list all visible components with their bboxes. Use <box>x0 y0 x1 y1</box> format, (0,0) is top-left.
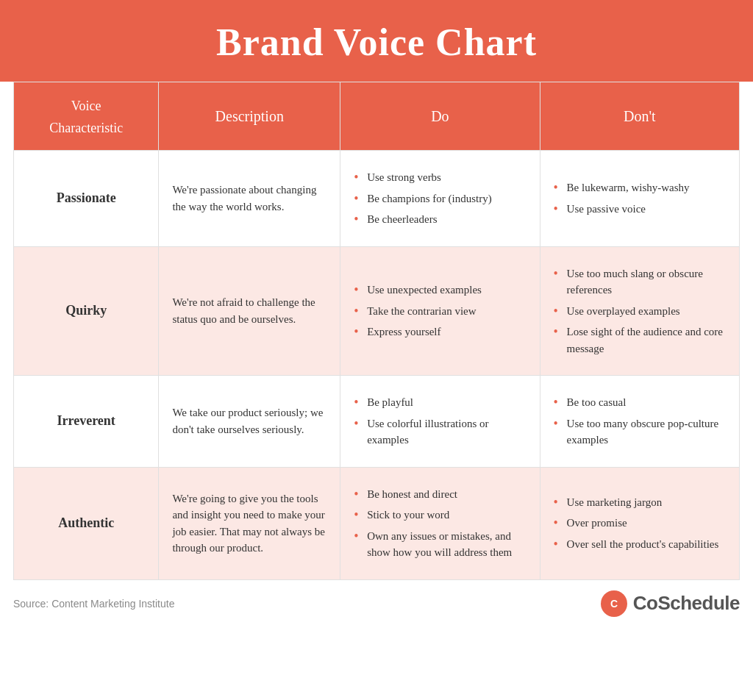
list-item: Use too much slang or obscure references <box>554 263 726 301</box>
list-item: Express yourself <box>354 321 526 343</box>
coschedule-icon-svg: C <box>606 596 622 612</box>
description-passionate: We're passionate about changing the way … <box>159 151 340 247</box>
list-item: Take the contrarian view <box>354 301 526 322</box>
list-item: Use too many obscure pop-culture example… <box>554 413 726 451</box>
title-bar: Brand Voice Chart <box>0 0 753 82</box>
description-quirky: We're not afraid to challenge the status… <box>159 246 340 376</box>
do-quirky: Use unexpected examples Take the contrar… <box>340 246 540 376</box>
do-authentic: Be honest and direct Stick to your word … <box>340 467 540 579</box>
logo-icon: C <box>601 590 627 617</box>
table-wrap: Voice Characteristic Description Do Don'… <box>0 82 753 580</box>
list-item: Be honest and direct <box>354 484 526 505</box>
do-passionate: Use strong verbs Be champions for (indus… <box>340 151 540 247</box>
list-item: Use strong verbs <box>354 167 526 188</box>
header-voice-characteristic: Voice Characteristic <box>14 82 159 151</box>
table-row: Authentic We're going to give you the to… <box>14 467 740 579</box>
page-container: Brand Voice Chart Voice Characteristic D… <box>0 0 753 630</box>
list-item: Use colorful illustrations or examples <box>354 413 526 451</box>
list-item: Stick to your word <box>354 504 526 526</box>
brand-voice-table: Voice Characteristic Description Do Don'… <box>13 82 740 580</box>
dont-irreverent: Be too casual Use too many obscure pop-c… <box>540 376 739 468</box>
svg-text:C: C <box>610 598 618 610</box>
list-item: Be playful <box>354 392 526 413</box>
page-title: Brand Voice Chart <box>15 21 738 64</box>
list-item: Over promise <box>554 512 726 534</box>
list-item: Use overplayed examples <box>554 301 726 322</box>
voice-quirky: Quirky <box>14 246 159 376</box>
dont-quirky: Use too much slang or obscure references… <box>540 246 739 376</box>
header-description: Description <box>159 82 340 151</box>
voice-passionate: Passionate <box>14 151 159 247</box>
table-row: Quirky We're not afraid to challenge the… <box>14 246 740 376</box>
header-do: Do <box>340 82 540 151</box>
description-irreverent: We take our product seriously; we don't … <box>159 376 340 468</box>
list-item: Use marketing jargon <box>554 492 726 513</box>
table-row: Passionate We're passionate about changi… <box>14 151 740 247</box>
voice-irreverent: Irreverent <box>14 376 159 468</box>
list-item: Over sell the product's capabilities <box>554 534 726 555</box>
list-item: Be lukewarm, wishy-washy <box>554 177 726 199</box>
voice-authentic: Authentic <box>14 467 159 579</box>
list-item: Lose sight of the audience and core mess… <box>554 321 726 359</box>
table-header-row: Voice Characteristic Description Do Don'… <box>14 82 740 151</box>
list-item: Use unexpected examples <box>354 279 526 301</box>
description-authentic: We're going to give you the tools and in… <box>159 467 340 579</box>
list-item: Be too casual <box>554 392 726 413</box>
dont-passionate: Be lukewarm, wishy-washy Use passive voi… <box>540 151 739 247</box>
do-irreverent: Be playful Use colorful illustrations or… <box>340 376 540 468</box>
brand-logo: C CoSchedule <box>601 590 740 617</box>
table-row: Irreverent We take our product seriously… <box>14 376 740 468</box>
logo-text: CoSchedule <box>633 592 740 615</box>
list-item: Be champions for (industry) <box>354 188 526 210</box>
list-item: Own any issues or mistakes, and show how… <box>354 526 526 563</box>
header-dont: Don't <box>540 82 739 151</box>
list-item: Be cheerleaders <box>354 209 526 230</box>
source-text: Source: Content Marketing Institute <box>13 598 174 610</box>
dont-authentic: Use marketing jargon Over promise Over s… <box>540 467 739 579</box>
list-item: Use passive voice <box>554 199 726 220</box>
footer: Source: Content Marketing Institute C Co… <box>0 580 753 630</box>
